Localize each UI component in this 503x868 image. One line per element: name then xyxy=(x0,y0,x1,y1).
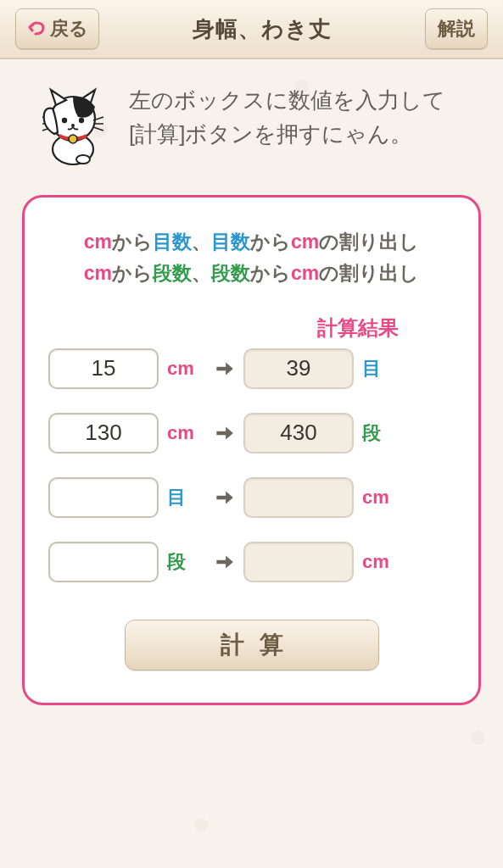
calc-row: 段cm xyxy=(48,542,455,582)
result-header: 計算結果 xyxy=(48,314,399,342)
calculate-button-label: 計算 xyxy=(221,632,299,658)
svg-point-6 xyxy=(69,135,77,143)
calc-row: 130cm430段 xyxy=(48,413,455,453)
result-field xyxy=(243,542,354,582)
rows-container: 15cm39目130cm430段目cm段cm xyxy=(48,348,455,582)
help-button-label: 解説 xyxy=(438,16,475,42)
page-title: 身幅、わき丈 xyxy=(193,14,332,44)
result-unit: cm xyxy=(362,551,400,573)
result-unit: cm xyxy=(362,487,400,509)
arrow-right-icon xyxy=(213,551,235,573)
svg-point-3 xyxy=(62,118,67,123)
svg-point-1 xyxy=(76,155,90,164)
heading-me: 目数 xyxy=(153,231,192,253)
result-unit: 目 xyxy=(362,356,400,381)
calculate-button[interactable]: 計算 xyxy=(125,620,379,670)
back-button[interactable]: 戻る xyxy=(15,8,99,49)
header-bar: 戻る 身幅、わき丈 解説 xyxy=(0,0,503,59)
arrow-right-icon xyxy=(213,487,235,509)
intro-section: 左のボックスに数値を入力して [計算]ボタンを押すにゃん。 xyxy=(0,59,503,176)
result-unit: 段 xyxy=(362,420,400,446)
svg-point-5 xyxy=(71,124,75,127)
intro-line1: 左のボックスに数値を入力して xyxy=(129,83,445,117)
heading: cmから目数、目数からcmの割り出し cmから段数、段数からcmの割り出し xyxy=(48,226,455,289)
input-unit: cm xyxy=(167,358,204,380)
input-unit: 目 xyxy=(167,485,204,510)
input-field[interactable]: 130 xyxy=(48,413,159,453)
result-field xyxy=(243,477,354,518)
result-field: 39 xyxy=(243,348,354,389)
calc-row: 15cm39目 xyxy=(48,348,455,389)
input-field[interactable] xyxy=(48,477,159,518)
back-button-label: 戻る xyxy=(50,16,88,42)
input-unit: cm xyxy=(167,422,204,444)
heading-dan: 段数 xyxy=(153,262,192,284)
intro-text: 左のボックスに数値を入力して [計算]ボタンを押すにゃん。 xyxy=(129,83,445,152)
heading-line1: cmから目数、目数からcmの割り出し xyxy=(48,226,455,258)
arrow-right-icon xyxy=(213,358,235,380)
calc-row: 目cm xyxy=(48,477,455,518)
input-field[interactable]: 15 xyxy=(48,348,159,389)
help-button[interactable]: 解説 xyxy=(425,8,488,49)
calculator-card: cmから目数、目数からcmの割り出し cmから段数、段数からcmの割り出し 計算… xyxy=(22,195,481,705)
input-field[interactable] xyxy=(48,542,159,582)
intro-line2: [計算]ボタンを押すにゃん。 xyxy=(129,117,445,151)
input-unit: 段 xyxy=(167,549,204,575)
heading-cm: cm xyxy=(84,231,112,253)
back-arrow-icon xyxy=(26,19,47,39)
arrow-right-icon xyxy=(213,422,235,444)
heading-line2: cmから段数、段数からcmの割り出し xyxy=(48,258,455,289)
result-field: 430 xyxy=(243,413,354,453)
cat-icon xyxy=(31,83,115,168)
svg-point-4 xyxy=(79,118,84,123)
